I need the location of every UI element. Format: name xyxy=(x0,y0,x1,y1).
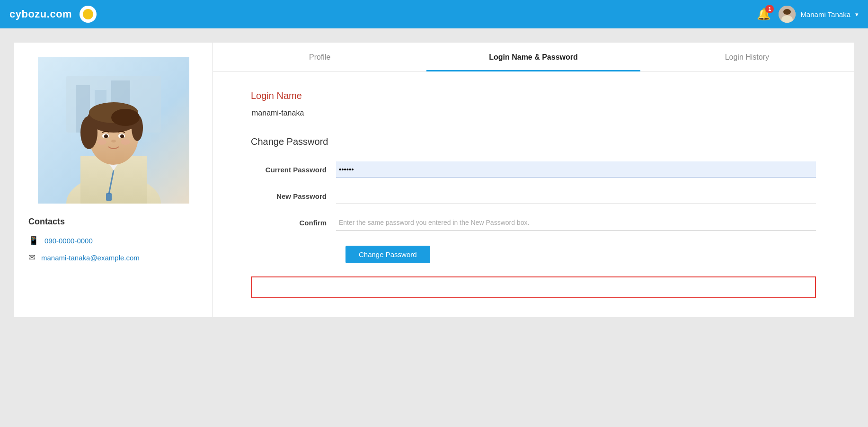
user-menu[interactable]: Manami Tanaka ▾ xyxy=(779,6,859,23)
tab-profile[interactable]: Profile xyxy=(213,43,426,71)
email-contact: ✉ manami-tanaka@example.com xyxy=(28,252,198,263)
tab-content: Login Name manami-tanaka Change Password… xyxy=(213,71,854,317)
avatar xyxy=(779,6,796,23)
top-navigation: cybozu.com 🔔 1 Manami Tanaka ▾ xyxy=(0,0,868,28)
change-password-button-row: Change Password xyxy=(251,241,816,263)
change-password-button[interactable]: Change Password xyxy=(345,246,430,263)
nav-right: 🔔 1 Manami Tanaka ▾ xyxy=(757,6,859,23)
svg-point-20 xyxy=(111,109,140,126)
logo-icon[interactable] xyxy=(80,6,97,23)
current-password-label: Current Password xyxy=(251,166,336,174)
new-password-label: New Password xyxy=(251,192,336,200)
svg-point-17 xyxy=(80,116,97,149)
logo-icon-inner xyxy=(83,9,93,19)
current-password-row: Current Password xyxy=(251,161,816,178)
svg-point-25 xyxy=(111,140,116,142)
confirm-password-row: Confirm xyxy=(251,214,816,231)
tab-bar: Profile Login Name & Password Login Hist… xyxy=(213,43,854,71)
new-password-row: New Password xyxy=(251,188,816,204)
confirm-password-input[interactable] xyxy=(336,214,816,231)
logo-text: cybozu.com xyxy=(9,8,72,20)
chevron-down-icon: ▾ xyxy=(855,11,859,18)
contacts-section: Contacts 📱 090-0000-0000 ✉ manami-tanaka… xyxy=(28,217,198,263)
notification-bell[interactable]: 🔔 1 xyxy=(757,8,771,21)
svg-point-24 xyxy=(120,134,124,138)
error-box xyxy=(251,276,816,298)
svg-point-23 xyxy=(104,134,108,138)
main-container: Contacts 📱 090-0000-0000 ✉ manami-tanaka… xyxy=(0,28,868,331)
phone-contact: 📱 090-0000-0000 xyxy=(28,235,198,246)
svg-rect-13 xyxy=(106,193,112,201)
phone-icon: 📱 xyxy=(28,235,39,246)
svg-point-26 xyxy=(97,139,106,145)
confirm-password-label: Confirm xyxy=(251,219,336,227)
login-name-title: Login Name xyxy=(251,90,816,101)
login-name-value: manami-tanaka xyxy=(251,109,816,117)
left-panel: Contacts 📱 090-0000-0000 ✉ manami-tanaka… xyxy=(14,43,213,317)
nav-left: cybozu.com xyxy=(9,6,97,23)
phone-link[interactable]: 090-0000-0000 xyxy=(44,237,93,245)
profile-photo xyxy=(38,57,189,204)
tab-login-history[interactable]: Login History xyxy=(640,43,854,71)
user-name-label: Manami Tanaka xyxy=(800,10,850,18)
notification-badge: 1 xyxy=(765,5,774,13)
svg-point-2 xyxy=(783,9,791,15)
current-password-input[interactable] xyxy=(336,161,816,178)
svg-point-27 xyxy=(121,139,130,145)
email-link[interactable]: manami-tanaka@example.com xyxy=(41,254,140,262)
contacts-title: Contacts xyxy=(28,217,198,227)
right-panel: Profile Login Name & Password Login Hist… xyxy=(213,43,854,317)
tab-login-name-password[interactable]: Login Name & Password xyxy=(426,43,640,71)
change-password-title: Change Password xyxy=(251,136,816,147)
new-password-input[interactable] xyxy=(336,188,816,204)
email-icon: ✉ xyxy=(28,252,35,263)
